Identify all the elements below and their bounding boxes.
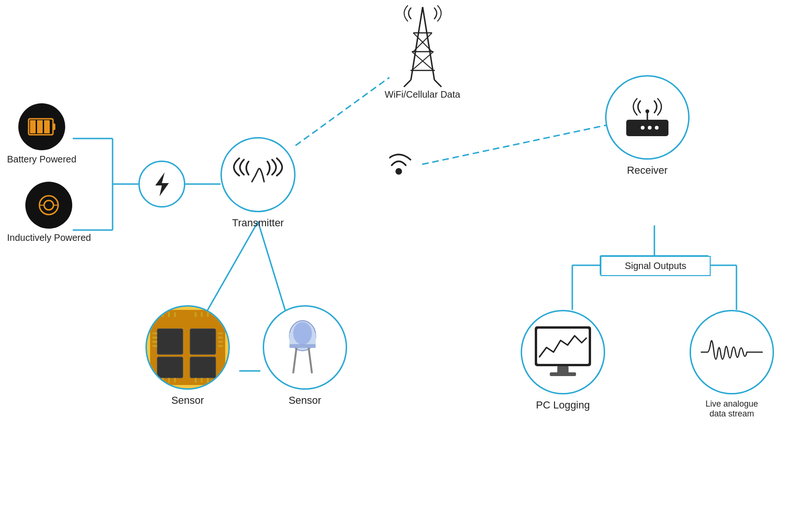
svg-rect-50: [190, 357, 216, 378]
transmitter-node: Transmitter: [220, 137, 296, 229]
sensor2-circle: [263, 305, 347, 390]
wifi-signal-icon: [389, 146, 432, 185]
svg-rect-73: [289, 344, 316, 348]
sensor1-label: Sensor: [171, 394, 204, 407]
sensor1-node: Sensor: [145, 305, 230, 407]
lightning-circle: [138, 161, 185, 208]
svg-rect-53: [152, 341, 157, 343]
svg-rect-21: [37, 120, 43, 133]
receiver-label: Receiver: [627, 164, 668, 177]
svg-point-43: [655, 126, 659, 130]
svg-point-76: [293, 322, 312, 345]
diagram-container: Battery Powered Inductively Powered: [0, 0, 812, 516]
svg-rect-51: [152, 332, 157, 334]
svg-rect-40: [626, 120, 668, 136]
svg-rect-54: [152, 345, 157, 347]
battery-label: Battery Powered: [7, 154, 76, 165]
analogue-circle: [690, 310, 774, 394]
battery-power-item: Battery Powered: [7, 103, 76, 165]
svg-rect-61: [174, 312, 176, 317]
sensor2-node: Sensor: [263, 305, 347, 407]
power-source-group: Battery Powered Inductively Powered: [7, 103, 91, 243]
svg-rect-67: [174, 378, 176, 383]
svg-rect-22: [44, 120, 50, 133]
receiver-circle: [605, 75, 690, 160]
svg-rect-60: [168, 312, 170, 317]
analogue-node: Live analogue data stream: [690, 310, 774, 419]
analogue-label: Live analogue data stream: [706, 399, 758, 419]
svg-rect-66: [168, 378, 170, 383]
svg-line-16: [296, 77, 389, 146]
svg-rect-70: [207, 378, 209, 383]
lightning-node: [138, 161, 185, 208]
sensor1-circle: [145, 305, 230, 390]
signal-outputs-box: Signal Outputs: [600, 256, 711, 276]
analogue-line1: Live analogue: [706, 399, 758, 408]
inductive-circle: [25, 182, 72, 229]
svg-rect-68: [195, 378, 197, 383]
svg-rect-62: [195, 312, 197, 317]
svg-point-41: [641, 126, 645, 130]
svg-rect-49: [157, 357, 183, 378]
svg-rect-20: [30, 120, 36, 133]
tower-node: WiFi/Cellular Data: [385, 5, 460, 100]
transmitter-circle: [220, 137, 296, 212]
pc-logging-node: PC Logging: [521, 310, 605, 411]
svg-rect-19: [53, 123, 55, 130]
inductive-power-item: Inductively Powered: [7, 182, 91, 243]
svg-line-74: [293, 348, 296, 373]
svg-rect-58: [218, 345, 223, 347]
svg-rect-64: [207, 312, 209, 317]
svg-rect-57: [218, 341, 223, 343]
svg-rect-69: [201, 378, 203, 383]
svg-line-38: [434, 80, 441, 87]
svg-line-75: [309, 348, 312, 373]
svg-rect-47: [157, 329, 183, 354]
svg-rect-78: [537, 329, 589, 364]
svg-rect-55: [218, 332, 223, 334]
battery-circle: [18, 103, 65, 150]
svg-rect-56: [218, 337, 223, 339]
svg-point-24: [44, 200, 53, 210]
svg-rect-80: [550, 372, 576, 376]
inductive-label: Inductively Powered: [7, 232, 91, 243]
analogue-line2: data stream: [709, 409, 754, 418]
pc-logging-label: PC Logging: [536, 399, 590, 411]
pc-logging-circle: [521, 310, 605, 394]
svg-point-39: [395, 168, 402, 175]
svg-point-45: [645, 109, 649, 113]
sensor2-label: Sensor: [288, 394, 321, 407]
signal-outputs-label: Signal Outputs: [625, 261, 686, 271]
wifi-label: WiFi/Cellular Data: [385, 89, 460, 100]
svg-rect-63: [201, 312, 203, 317]
svg-marker-27: [155, 172, 169, 196]
svg-point-42: [648, 126, 652, 130]
svg-line-17: [422, 124, 610, 164]
transmitter-label: Transmitter: [232, 217, 284, 229]
svg-rect-48: [190, 329, 216, 354]
svg-rect-52: [152, 337, 157, 339]
svg-rect-65: [162, 378, 164, 383]
svg-rect-59: [162, 312, 164, 317]
svg-line-37: [404, 80, 411, 87]
receiver-node: Receiver: [605, 75, 690, 177]
svg-rect-79: [557, 366, 569, 373]
